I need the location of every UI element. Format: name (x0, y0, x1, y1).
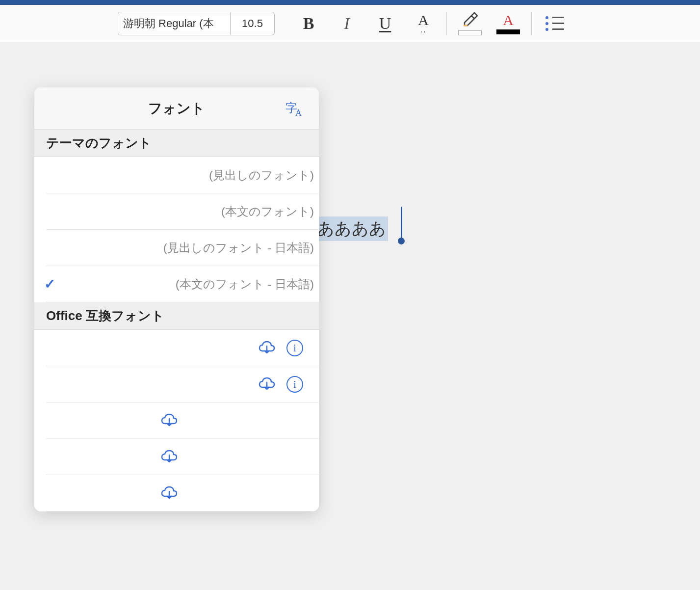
font-item-heading-jp[interactable]: (見出しのフォント - 日本語) (46, 230, 319, 266)
info-icon[interactable]: i (286, 376, 303, 393)
formatting-toolbar: 游明朝 Regular (本 10.5 B I U A .. A (0, 5, 700, 42)
svg-text:A: A (295, 108, 302, 118)
font-name-value: 游明朝 Regular (本 (123, 16, 214, 31)
font-item-downloadable[interactable]: i (46, 366, 319, 402)
bold-icon: B (303, 14, 314, 33)
font-item-label: (見出しのフォント - 日本語) (163, 240, 314, 256)
cloud-download-icon[interactable] (258, 375, 276, 394)
app-title-bar (0, 0, 700, 5)
info-icon[interactable]: i (286, 340, 303, 356)
highlight-icon (462, 12, 478, 28)
font-item-body[interactable]: (本文のフォント) (46, 193, 319, 230)
underline-icon: U (379, 14, 391, 33)
font-item-downloadable[interactable]: i (46, 330, 319, 366)
popover-title: フォント (148, 99, 205, 118)
font-color-swatch (496, 29, 520, 34)
italic-button[interactable]: I (328, 9, 366, 38)
font-name-input[interactable]: 游明朝 Regular (本 (118, 12, 231, 35)
font-item-label: (見出しのフォント) (209, 167, 314, 183)
selected-text[interactable]: ああああ (316, 216, 388, 241)
cloud-download-icon[interactable] (160, 447, 200, 467)
font-effects-button[interactable]: A .. (404, 9, 442, 38)
font-color-button[interactable]: A (489, 9, 527, 38)
font-color-icon: A (503, 13, 514, 27)
checkmark-icon: ✓ (44, 276, 55, 292)
selection-handle[interactable] (401, 207, 402, 242)
popover-header: フォント 字 A (34, 87, 319, 130)
section-header-theme-fonts: テーマのフォント (34, 130, 319, 157)
bold-button[interactable]: B (289, 9, 328, 38)
font-size-value: 10.5 (242, 17, 263, 30)
cloud-download-icon[interactable] (160, 411, 200, 430)
font-item-downloadable[interactable] (46, 402, 319, 439)
cloud-download-icon[interactable] (160, 483, 200, 503)
font-options-icon[interactable]: 字 A (285, 101, 304, 122)
underline-button[interactable]: U (366, 9, 404, 38)
cloud-download-icon[interactable] (258, 338, 276, 358)
bullet-list-icon (545, 16, 564, 31)
font-item-heading[interactable]: (見出しのフォント) (46, 157, 319, 193)
bullet-list-button[interactable] (536, 9, 574, 38)
highlight-button[interactable] (451, 9, 489, 38)
office-fonts-list: i i (34, 330, 319, 511)
font-picker-popover: フォント 字 A テーマのフォント (見出しのフォント) (本文のフォント) (… (34, 87, 319, 511)
font-item-downloadable[interactable] (46, 475, 319, 511)
selection-handle-dot[interactable] (398, 238, 405, 244)
font-effects-dots: .. (420, 26, 427, 34)
toolbar-divider-2 (531, 12, 532, 35)
highlight-swatch (458, 30, 482, 35)
theme-fonts-list: (見出しのフォント) (本文のフォント) (見出しのフォント - 日本語) ✓ … (34, 157, 319, 302)
document-canvas[interactable]: ああああ フォント 字 A テーマのフォント (見出しのフォント) (本文のフォ… (0, 42, 700, 590)
font-item-label: (本文のフォント - 日本語) (176, 276, 314, 292)
section-header-office-fonts: Office 互換フォント (34, 302, 319, 330)
font-item-downloadable[interactable] (46, 439, 319, 475)
toolbar-divider (446, 12, 447, 35)
font-size-input[interactable]: 10.5 (231, 12, 275, 35)
font-item-label: (本文のフォント) (221, 204, 314, 219)
italic-icon: I (344, 14, 349, 33)
font-item-body-jp[interactable]: ✓ (本文のフォント - 日本語) (46, 266, 319, 302)
